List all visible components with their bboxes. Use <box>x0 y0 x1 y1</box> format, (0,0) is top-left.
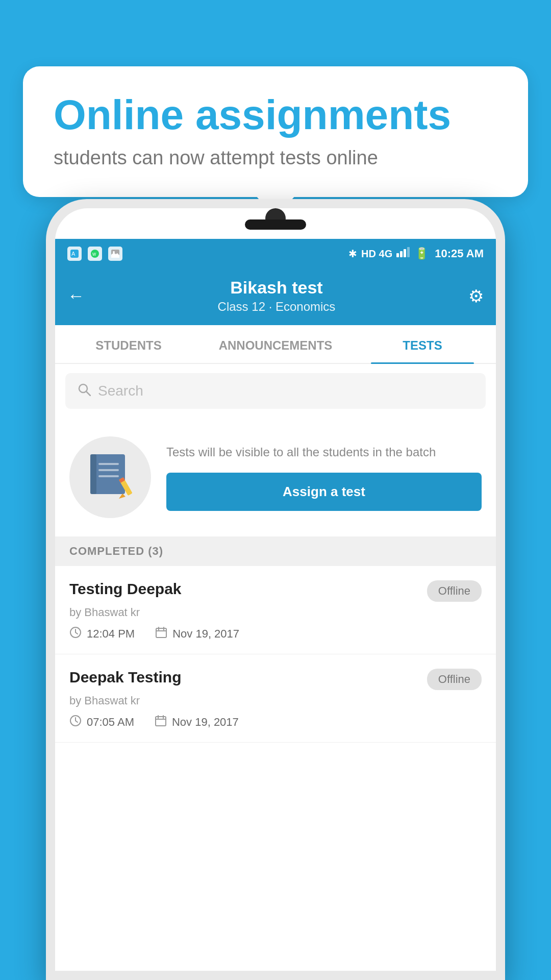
test-meta-2: 07:05 AM Nov 19, 2017 <box>69 715 482 730</box>
status-bar: A w ✱ HD 4G <box>55 239 496 268</box>
svg-text:w: w <box>92 251 96 257</box>
whatsapp-icon: w <box>88 247 102 261</box>
test-meta-1: 12:04 PM Nov 19, 2017 <box>69 626 482 642</box>
clock-icon-2 <box>69 715 82 730</box>
test-author-2: by Bhaswat kr <box>69 694 482 707</box>
phone-screen: A w ✱ HD 4G <box>55 208 496 971</box>
calendar-icon-1 <box>155 626 167 642</box>
signal-icon <box>396 247 411 260</box>
date-value-2: Nov 19, 2017 <box>172 716 239 729</box>
search-bar[interactable]: Search <box>65 373 486 409</box>
test-item-header-1: Testing Deepak Offline <box>69 580 482 602</box>
settings-button[interactable]: ⚙ <box>468 286 484 306</box>
test-time-1: 12:04 PM <box>69 626 135 642</box>
app-header: ← Bikash test Class 12 · Economics ⚙ <box>55 268 496 325</box>
back-button[interactable]: ← <box>67 286 85 306</box>
date-value-1: Nov 19, 2017 <box>172 627 239 641</box>
clock-icon-1 <box>69 626 82 642</box>
phone-mockup: A w ✱ HD 4G <box>46 199 505 980</box>
search-placeholder: Search <box>98 383 143 399</box>
header-title: Bikash test <box>218 278 336 298</box>
svg-rect-8 <box>404 249 406 257</box>
test-time-2: 07:05 AM <box>69 715 134 730</box>
assign-section: Tests will be visible to all the student… <box>55 418 496 536</box>
speaker <box>245 219 306 230</box>
assign-test-button[interactable]: Assign a test <box>166 473 482 511</box>
search-container: Search <box>55 364 496 418</box>
header-center: Bikash test Class 12 · Economics <box>218 278 336 314</box>
assign-icon-circle <box>69 436 151 518</box>
time-value-1: 12:04 PM <box>87 627 135 641</box>
network-label: HD 4G <box>361 248 392 260</box>
svg-rect-16 <box>98 475 119 477</box>
search-icon <box>78 382 91 400</box>
svg-rect-7 <box>400 251 403 257</box>
svg-rect-14 <box>98 463 119 465</box>
svg-rect-6 <box>396 253 399 257</box>
test-item: Testing Deepak Offline by Bhaswat kr 12:… <box>55 566 496 654</box>
svg-line-11 <box>86 391 90 396</box>
time-display: 10:25 AM <box>435 247 484 260</box>
notebook-svg-icon <box>87 452 133 503</box>
speech-bubble: Online assignments students can now atte… <box>23 66 528 197</box>
test-name-1: Testing Deepak <box>69 580 182 598</box>
offline-badge-1: Offline <box>427 580 482 602</box>
completed-section-header: COMPLETED (3) <box>55 536 496 566</box>
bluetooth-icon: ✱ <box>348 248 357 260</box>
svg-marker-18 <box>119 494 126 499</box>
svg-text:A: A <box>71 251 76 257</box>
svg-rect-9 <box>407 247 410 257</box>
tab-bar: STUDENTS ANNOUNCEMENTS TESTS <box>55 325 496 364</box>
test-name-2: Deepak Testing <box>69 669 182 686</box>
svg-rect-13 <box>90 454 96 494</box>
svg-rect-15 <box>98 469 119 471</box>
status-icons-left: A w <box>67 247 122 261</box>
header-subtitle: Class 12 · Economics <box>218 300 336 314</box>
assign-info-text: Tests will be visible to all the student… <box>166 444 482 461</box>
svg-rect-21 <box>156 628 166 638</box>
time-value-2: 07:05 AM <box>87 716 134 729</box>
test-date-1: Nov 19, 2017 <box>155 626 239 642</box>
app1-icon: A <box>67 247 82 261</box>
test-item-header-2: Deepak Testing Offline <box>69 669 482 690</box>
battery-icon: 🔋 <box>415 247 429 260</box>
test-item-2: Deepak Testing Offline by Bhaswat kr 07:… <box>55 654 496 743</box>
offline-badge-2: Offline <box>427 669 482 690</box>
test-author-1: by Bhaswat kr <box>69 606 482 619</box>
bubble-subtitle: students can now attempt tests online <box>54 147 497 169</box>
bubble-title: Online assignments <box>54 92 497 138</box>
svg-rect-12 <box>93 454 125 494</box>
svg-rect-26 <box>156 717 166 726</box>
tab-announcements[interactable]: ANNOUNCEMENTS <box>202 325 349 363</box>
image-icon <box>108 247 122 261</box>
calendar-icon-2 <box>155 715 167 730</box>
tab-students[interactable]: STUDENTS <box>55 325 202 363</box>
status-right: ✱ HD 4G 🔋 10:25 AM <box>348 247 484 260</box>
test-date-2: Nov 19, 2017 <box>155 715 239 730</box>
assign-content: Tests will be visible to all the student… <box>166 444 482 511</box>
tab-tests[interactable]: TESTS <box>349 325 496 363</box>
